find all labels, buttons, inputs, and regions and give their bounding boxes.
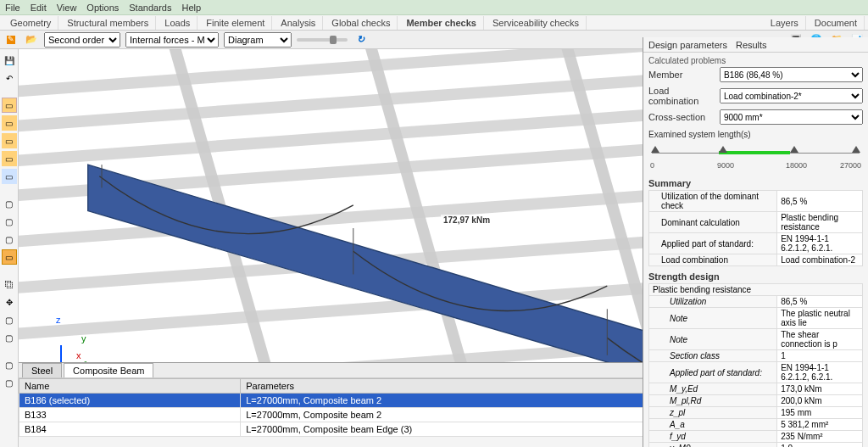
tab-global-checks[interactable]: Global checks [325,16,398,30]
summary-header: Summary [648,178,863,188]
copy-icon[interactable]: ⿻ [2,277,17,292]
tool-l-icon[interactable]: ▢ [2,375,17,390]
menu-view[interactable]: View [57,3,77,13]
tool-f-icon[interactable]: ▢ [2,196,17,211]
refresh-icon[interactable]: ↻ [353,32,368,47]
calculated-problems-label: Calculated problems [648,56,863,65]
moment-annotation: 172,97 kNm [441,215,492,226]
tool-k-icon[interactable]: ▢ [2,357,17,372]
tool-d-icon[interactable]: ▭ [2,151,17,166]
tool-e-icon[interactable]: ▭ [2,169,17,184]
tool-g-icon[interactable]: ▢ [2,214,17,229]
tool-c-icon[interactable]: ▭ [2,133,17,148]
examined-length-label: Examined system length(s) [648,130,863,139]
cross-section-select[interactable]: 9000 mm* [720,109,863,125]
tool-a-icon[interactable]: ▭ [2,98,17,113]
rp-tab-design-parameters[interactable]: Design parameters [648,40,727,50]
new-icon[interactable]: ✎ [3,32,19,47]
tab-document[interactable]: Document [808,16,865,30]
load-combination-select[interactable]: Load combination-2* [720,88,863,103]
tab-analysis[interactable]: Analysis [274,16,323,30]
menu-edit[interactable]: Edit [31,3,47,13]
rp-tab-results[interactable]: Results [736,40,767,50]
move-icon[interactable]: ✥ [2,294,17,310]
plastic-bending-header: Plastic bending resistance [649,284,863,296]
left-toolbar: 💾 ↶ ▭ ▭ ▭ ▭ ▭ ▢ ▢ ▢ ▭ ⿻ ✥ ▢ ▢ ▢ ▢ [0,49,19,447]
design-parameters-panel: Design parameters Results Calculated pro… [643,37,868,447]
tab-geometry[interactable]: Geometry [3,16,58,30]
load-combination-label: Load combination [648,86,715,106]
examined-length-diagram: 0 9000 18000 27000 [648,142,863,173]
tab-finite-element[interactable]: Finite element [199,16,272,30]
axis-z-label: z [56,315,61,325]
select-icon[interactable]: ▭ [2,249,17,265]
bottom-tab-composite-beam[interactable]: Composite Beam [64,363,153,377]
col-parameters[interactable]: Parameters [241,379,652,394]
scale-slider[interactable] [297,38,348,42]
menu-bar: File Edit View Options Standards Help [0,0,868,15]
tool-i-icon[interactable]: ▢ [2,312,17,327]
plastic-table: Plastic bending resistance Utilization86… [648,283,863,447]
menu-options[interactable]: Options [86,3,119,13]
strength-design-header: Strength design [648,271,863,282]
member-label: Member [648,70,715,80]
tab-structural-members[interactable]: Structural members [60,16,156,30]
tool-b-icon[interactable]: ▭ [2,115,17,131]
axis-x-label: x [76,350,81,360]
menu-standards[interactable]: Standards [129,3,171,13]
summary-table: Utilization of the dominant check86,5 %D… [648,190,863,266]
tool-h-icon[interactable]: ▢ [2,232,17,247]
menu-help[interactable]: Help [181,3,201,13]
save-icon[interactable]: 💾 [2,53,17,68]
undo-icon[interactable]: ↶ [2,70,17,86]
cross-section-label: Cross-section [648,112,715,122]
menu-file[interactable]: File [5,3,20,13]
tab-loads[interactable]: Loads [158,16,198,30]
analysis-type-select[interactable]: Second order [44,32,120,47]
tab-member-checks[interactable]: Member checks [399,16,484,30]
axis-y-label: y [81,333,86,344]
result-type-select[interactable]: Internal forces - My [125,32,219,47]
tab-layers[interactable]: Layers [764,16,806,30]
display-type-select[interactable]: Diagram [224,32,292,47]
tool-j-icon[interactable]: ▢ [2,330,17,345]
tab-serviceability-checks[interactable]: Serviceability checks [486,16,587,30]
open-icon[interactable]: 📂 [24,32,39,47]
bottom-tab-steel[interactable]: Steel [22,363,62,377]
col-name[interactable]: Name [19,379,241,394]
member-select[interactable]: B186 (86,48 %) [720,67,863,82]
main-tab-strip: Geometry Structural members Loads Finite… [0,15,868,31]
